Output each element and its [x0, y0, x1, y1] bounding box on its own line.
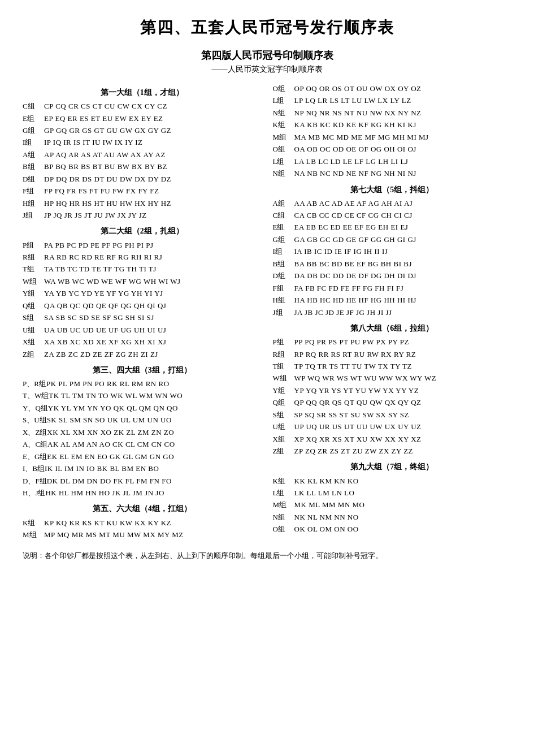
table-row: Z组 ZA ZB ZC ZD ZE ZF ZG ZH ZI ZJ — [23, 348, 262, 360]
row-label: A、C组 — [23, 438, 47, 450]
row-values: ZA ZB ZC ZD ZE ZF ZG ZH ZI ZJ — [44, 348, 158, 360]
table-row: J组 JA JB JC JD JE JF JG JH JI JJ — [273, 306, 512, 318]
row-label: Q组 — [23, 300, 44, 312]
row-label: F组 — [23, 185, 44, 197]
table-row: C组 CA CB CC CD CE CF CG CH CI CJ — [273, 209, 512, 221]
row-values: OA OB OC OD OE OF OG OH OI OJ — [294, 143, 416, 155]
table-row: N组 NA NB NC ND NE NF NG NH NI NJ — [273, 167, 512, 179]
row-values: WP WQ WR WS WT WU WW WX WY WZ — [294, 372, 437, 384]
row-label: M组 — [273, 499, 294, 511]
row-values: TA TB TC TD TE TF TG TH TI TJ — [44, 263, 157, 275]
row-values: KK KL KM KN KO — [294, 475, 359, 487]
row-values: YA YB YC YD YE YF YG YH YI YJ — [44, 287, 163, 299]
row-values: AA AB AC AD AE AF AG AH AI AJ — [294, 197, 413, 209]
row-label: L组 — [273, 487, 294, 499]
table-row: T组 TA TB TC TD TE TF TG TH TI TJ — [23, 263, 262, 275]
row-label: M组 — [23, 529, 44, 541]
row-values: YP YQ YR YS YT YU YW YX YY YZ — [294, 385, 419, 396]
row-values: WA WB WC WD WE WF WG WH WI WJ — [44, 275, 181, 287]
table-row: E组 EP EQ ER ES ET EU EW EX EY EZ — [23, 113, 262, 124]
table-row: H组 HP HQ HR HS HT HU HW HX HY HZ — [23, 197, 262, 209]
row-values: SK SL SM SN SO UK UL UM UN UO — [47, 414, 172, 426]
row-label: I组 — [273, 245, 294, 257]
row-values: NK NL NM NN NO — [294, 511, 359, 523]
row-values: BP BQ BR BS BT BU BW BX BY BZ — [44, 161, 167, 172]
row-label: Q组 — [273, 396, 294, 408]
table-row: K组 KP KQ KR KS KT KU KW KX KY KZ — [23, 517, 262, 529]
table-row: I组 IA IB IC ID IE IF IG IH II IJ — [273, 245, 512, 257]
section-title: 第一大组（1组，才组） — [23, 86, 262, 99]
row-label: B组 — [273, 258, 294, 270]
table-row: B组 BP BQ BR BS BT BU BW BX BY BZ — [23, 161, 262, 172]
row-label: L组 — [273, 94, 294, 106]
row-label: M组 — [273, 131, 294, 143]
row-values: LK LL LM LN LO — [294, 487, 355, 499]
row-values: DK DL DM DN DO FK FL FM FN FO — [47, 475, 172, 487]
right-column: O组 OP OQ OR OS OT OU OW OX OY OZL组 LP LQ… — [267, 83, 512, 541]
row-label: Y组 — [273, 385, 294, 396]
table-row: M组 MP MQ MR MS MT MU MW MX MY MZ — [23, 529, 262, 541]
row-label: P组 — [23, 239, 44, 251]
table-row: P组 PA PB PC PD PE PF PG PH PI PJ — [23, 239, 262, 251]
table-row: T、W组 TK TL TM TN TO WK WL WM WN WO — [23, 390, 262, 401]
row-label: D、F组 — [23, 475, 47, 487]
row-label: G组 — [23, 124, 44, 136]
row-label: P、R组 — [23, 378, 46, 390]
row-values: SA SB SC SD SE SF SG SH SI SJ — [44, 312, 154, 323]
section-title: 第九大组（7组，终组） — [273, 460, 512, 473]
table-row: O组 OK OL OM ON OO — [273, 523, 512, 535]
table-row: G组 GP GQ GR GS GT GU GW GX GY GZ — [23, 124, 262, 136]
row-label: O组 — [273, 83, 294, 94]
content-area: 第一大组（1组，才组）C组 CP CQ CR CS CT CU CW CX CY… — [23, 83, 511, 541]
table-row: F组 FA FB FC FD FE FF FG FH FI FJ — [273, 282, 512, 294]
row-label: Z组 — [23, 348, 44, 360]
row-label: X组 — [273, 433, 294, 445]
row-values: SP SQ SR SS ST SU SW SX SY SZ — [294, 409, 409, 421]
row-values: EP EQ ER ES ET EU EW EX EY EZ — [44, 113, 163, 124]
table-row: A、C组 AK AL AM AN AO CK CL CM CN CO — [23, 438, 262, 450]
row-values: HP HQ HR HS HT HU HW HX HY HZ — [44, 197, 171, 209]
row-label: R组 — [273, 348, 294, 360]
row-label: H、J组 — [23, 487, 45, 499]
row-label: F组 — [273, 282, 294, 294]
row-values: XA XB XC XD XE XF XG XH XI XJ — [44, 336, 166, 348]
row-values: UP UQ UR US UT UU UW UX UY UZ — [294, 421, 422, 433]
row-values: LA LB LC LD LE LF LG LH LI LJ — [294, 155, 409, 167]
row-label: R组 — [23, 251, 44, 263]
table-row: R组 RP RQ RR RS RT RU RW RX RY RZ — [273, 348, 512, 360]
row-label: B组 — [23, 161, 44, 172]
row-values: DP DQ DR DS DT DU DW DX DY DZ — [44, 173, 171, 185]
row-label: N组 — [273, 107, 294, 119]
table-row: X组 XA XB XC XD XE XF XG XH XI XJ — [23, 336, 262, 348]
row-label: O组 — [273, 143, 294, 155]
row-values: UA UB UC UD UE UF UG UH UI UJ — [44, 324, 166, 336]
section-title: 第八大组（6组，拉组） — [273, 322, 512, 335]
table-row: I、B组 IK IL IM IN IO BK BL BM EN BO — [23, 463, 262, 474]
row-label: D组 — [273, 270, 294, 282]
row-values: MP MQ MR MS MT MU MW MX MY MZ — [44, 529, 184, 541]
table-row: I组 IP IQ IR IS IT IU IW IX IY IZ — [23, 136, 262, 148]
sub-sub-title: ——人民币英文冠字印制顺序表 — [23, 64, 511, 75]
row-values: RA RB RC RD RE RF RG RH RI RJ — [44, 251, 162, 263]
row-label: K组 — [23, 517, 44, 529]
row-label: H组 — [273, 294, 294, 306]
table-row: K组 KA KB KC KD KE KF KG KH KI KJ — [273, 119, 512, 131]
row-label: L组 — [273, 155, 294, 167]
table-row: Z组 ZP ZQ ZR ZS ZT ZU ZW ZX ZY ZZ — [273, 445, 512, 457]
row-values: PK PL PM PN PO RK RL RM RN RO — [46, 378, 170, 390]
row-label: I组 — [23, 136, 44, 148]
row-label: C组 — [23, 100, 44, 112]
row-values: JA JB JC JD JE JF JG JH JI JJ — [294, 306, 392, 318]
row-values: IP IQ IR IS IT IU IW IX IY IZ — [44, 136, 142, 148]
row-label: S组 — [273, 409, 294, 421]
table-row: U组 UA UB UC UD UE UF UG UH UI UJ — [23, 324, 262, 336]
table-row: S组 SP SQ SR SS ST SU SW SX SY SZ — [273, 409, 512, 421]
row-values: HK HL HM HN HO JK JL JM JN JO — [45, 487, 164, 499]
row-values: EA EB EC ED EE EF EG EH EI EJ — [294, 221, 409, 233]
table-row: N组 NP NQ NR NS NT NU NW NX NY NZ — [273, 107, 512, 119]
row-label: U组 — [273, 421, 294, 433]
table-row: R组 RA RB RC RD RE RF RG RH RI RJ — [23, 251, 262, 263]
row-label: D组 — [23, 173, 44, 185]
footer-note: 说明：各个印钞厂都是按照这个表，从左到右、从上到下的顺序印制。每组最后一个小组，… — [23, 550, 511, 562]
row-label: J组 — [273, 306, 294, 318]
